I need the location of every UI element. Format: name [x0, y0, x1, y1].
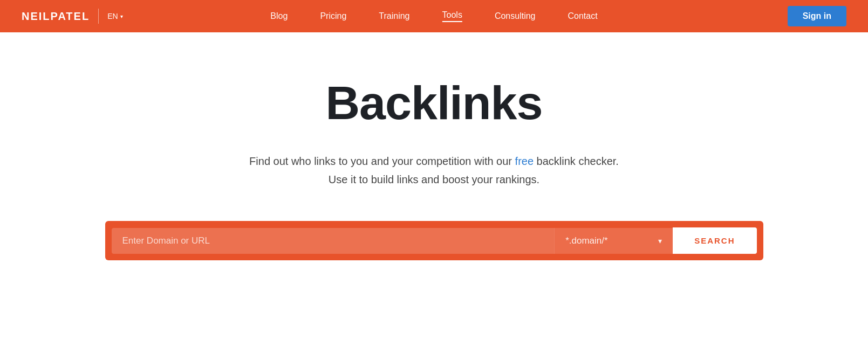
- nav-blog[interactable]: Blog: [270, 11, 288, 21]
- brand-area: NEILPATEL EN ▾: [22, 9, 123, 24]
- navbar: NEILPATEL EN ▾ Blog Pricing Training Too…: [0, 0, 868, 32]
- subtitle-line1: Find out who links to you and your compe…: [249, 155, 619, 167]
- brand-divider: [98, 9, 99, 24]
- page-title: Backlinks: [326, 75, 543, 130]
- domain-type-dropdown[interactable]: *.domain/* ▾: [554, 228, 673, 254]
- nav-pricing[interactable]: Pricing: [320, 11, 346, 21]
- brand-logo: NEILPATEL: [22, 10, 90, 23]
- nav-links: Blog Pricing Training Tools Consulting C…: [270, 10, 597, 22]
- dropdown-value: *.domain/*: [565, 236, 652, 246]
- nav-contact[interactable]: Contact: [568, 11, 597, 21]
- domain-input[interactable]: [122, 236, 544, 246]
- domain-input-wrapper[interactable]: [112, 228, 555, 254]
- lang-arrow-icon: ▾: [120, 13, 123, 19]
- nav-tools[interactable]: Tools: [442, 10, 462, 22]
- search-bar: *.domain/* ▾ SEARCH: [105, 221, 763, 260]
- subtitle-line2: Use it to build links and boost your ran…: [329, 174, 539, 185]
- nav-consulting[interactable]: Consulting: [495, 11, 536, 21]
- search-button[interactable]: SEARCH: [673, 227, 756, 254]
- signin-button[interactable]: Sign in: [788, 6, 846, 26]
- highlight-word: free: [515, 155, 534, 167]
- language-selector[interactable]: EN ▾: [107, 12, 122, 20]
- nav-training[interactable]: Training: [379, 11, 409, 21]
- dropdown-arrow-icon: ▾: [658, 237, 662, 245]
- hero-subtitle: Find out who links to you and your compe…: [249, 152, 619, 189]
- hero-section: Backlinks Find out who links to you and …: [0, 32, 868, 293]
- lang-label: EN: [107, 12, 118, 20]
- navbar-right: Sign in: [788, 6, 846, 26]
